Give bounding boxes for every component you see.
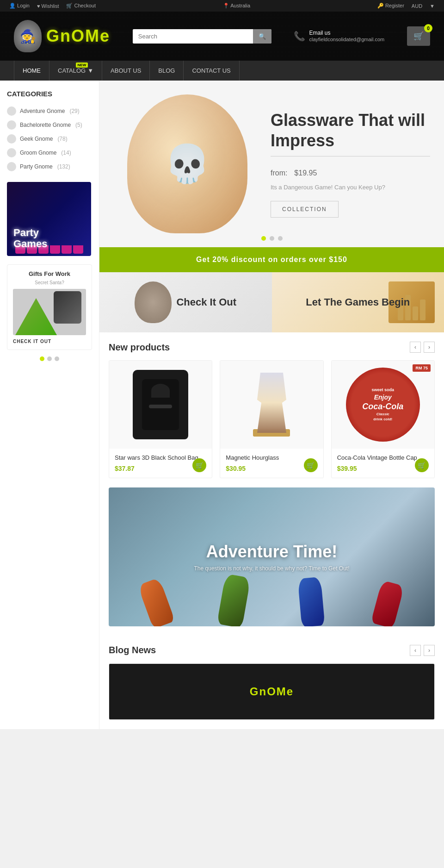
top-bar: 👤 Login ♥ Wishlist 🛒 Checkout 📍 Australi… [0,0,444,12]
cat-groom[interactable]: Groom Gnome (14) [7,146,92,160]
product-name-1: Magnetic Hourglass [226,454,317,462]
add-to-cart-1[interactable]: 🛒 [304,458,318,472]
snowboarder-1 [137,577,175,626]
sidebar-dot-2[interactable] [47,356,52,361]
blog-prev-button[interactable]: ‹ [410,645,421,656]
gifts-work-box: Gifts For Work Secret Santa? CHECK IT OU… [7,264,92,350]
products-prev-button[interactable]: ‹ [410,342,421,353]
nav: HOME NEW CATALOG ▼ ABOUT US BLOG CONTACT… [0,61,444,81]
add-to-cart-2[interactable]: 🛒 [415,458,429,472]
products-next-button[interactable]: › [424,342,435,353]
main-container: Categories Adventure Gnome (29) Bachelor… [0,81,444,729]
header: 🧙 GnOMe 🔍 📞 Email us clayfieldconsolidat… [0,12,444,61]
sidebar-dot-3[interactable] [55,356,59,361]
cat-icon-party [7,162,16,171]
hero-banner: 💀 Glassware That will Impress from: $19.… [99,81,444,247]
cat-bachelorette[interactable]: Bachelorette Gnome (5) [7,118,92,132]
hero-text: Glassware That will Impress from: $19.95… [261,110,430,217]
sidebar-dot-1[interactable] [40,356,44,361]
hero-dot-3[interactable] [278,236,283,241]
product-image-1 [220,361,323,449]
logo-text[interactable]: GnOMe [46,26,110,46]
blog-image-0: GnOMe [109,664,434,719]
gifts-work-subtitle: Secret Santa? [13,280,86,285]
skull-glass-image: 💀 [127,94,247,233]
nav-home[interactable]: HOME [14,61,49,81]
new-products-header: New products ‹ › [109,342,435,353]
adventure-banner[interactable]: Adventure Time! The question is not why,… [109,487,435,626]
catalog-new-badge: NEW [76,62,88,68]
cat-icon-adventure [7,106,16,116]
nav-blog[interactable]: BLOG [150,61,184,81]
email-label: Email us [309,30,384,36]
catalog-chevron-icon: ▼ [87,67,93,74]
email-value: clayfieldconsolidated@gmail.com [309,37,384,42]
login-link[interactable]: 👤 Login [9,3,30,9]
sale-badge-2: RM 75 [413,364,431,372]
register-link[interactable]: 🔑 Register [377,3,404,9]
checkout-link[interactable]: 🛒 Checkout [66,3,96,9]
wishlist-link[interactable]: ♥ Wishlist [37,3,59,9]
cat-icon-geek [7,134,16,144]
sidebar: Categories Adventure Gnome (29) Bachelor… [0,81,99,729]
banner-let-games-begin[interactable]: Let The Games Begin [272,272,444,332]
blog-grid: GnOMe [109,663,435,720]
product-card-1: Magnetic Hourglass $30.95 🛒 [220,360,323,478]
blog-next-button[interactable]: › [424,645,435,656]
categories-title: Categories [7,90,92,98]
products-grid: Star wars 3D Black School Bag $37.87 🛒 [109,360,435,478]
nav-about[interactable]: ABOUT US [102,61,150,81]
blog-card-0: GnOMe [109,663,435,720]
hero-price: from: $19.95 [271,162,430,179]
search-box: 🔍 [133,29,271,44]
cola-cap-image: sweet soda Enjoy Coca-Cola Classic drink… [346,368,420,442]
backpack-icon [133,370,188,439]
content-area: 💀 Glassware That will Impress from: $19.… [99,81,444,729]
banner-check-it-out[interactable]: Check It Out [99,272,272,332]
logo-area: 🧙 GnOMe [14,20,110,52]
hero-dot-1[interactable] [261,236,266,241]
product-card-2: sweet soda Enjoy Coca-Cola Classic drink… [331,360,435,478]
party-games-text: PartyGames [13,227,47,250]
cart-badge: 0 [424,24,432,32]
product-name-2: Coca-Cola Vintage Bottle Cap [337,454,429,462]
cat-icon-bachelorette [7,120,16,130]
phone-icon: 📞 [294,31,305,42]
hero-subtitle: Its a Dangerous Game! Can you Keep Up? [271,184,430,191]
gifts-image [13,289,86,335]
banner-right-text: Let The Games Begin [306,296,410,308]
cat-adventure[interactable]: Adventure Gnome (29) [7,104,92,118]
blog-nav-arrows: ‹ › [410,645,435,656]
new-products-section: New products ‹ › [99,332,444,487]
check-it-out-button[interactable]: CHECK IT OUT [13,339,51,344]
header-contact: 📞 Email us clayfieldconsolidated@gmail.c… [294,30,384,43]
currency-selector[interactable]: AUD [412,3,422,9]
cat-party[interactable]: Party Gnome (132) [7,160,92,174]
blog-title: Blog News [109,645,156,656]
cat-geek[interactable]: Geek Gnome (78) [7,132,92,146]
flag-icon: 🔑 [377,3,384,8]
hero-price-from: from: [271,169,287,177]
hero-divider [271,156,430,156]
search-input[interactable] [133,29,253,44]
cart-icon: 🛒 [66,3,73,8]
cart-button[interactable]: 🛒 0 [407,26,430,46]
heart-icon: ♥ [37,3,40,9]
party-games-banner[interactable]: PartyGames [7,182,91,256]
banner-strip: Check It Out Let The Games Begin [99,272,444,332]
nav-catalog[interactable]: NEW CATALOG ▼ [49,61,102,81]
banner-left-text: Check It Out [176,296,236,308]
product-name-0: Star wars 3D Black School Bag [115,454,206,462]
hero-image-area: 💀 [113,94,261,233]
nav-contact[interactable]: CONTACT US [184,61,239,81]
search-button[interactable]: 🔍 [253,29,271,44]
hero-cta-button[interactable]: COLLECTION [271,201,339,218]
new-products-title: New products [109,342,170,353]
hero-dot-2[interactable] [270,236,274,241]
product-card-0: Star wars 3D Black School Bag $37.87 🛒 [109,360,212,478]
hero-price-value: $19.95 [294,169,317,177]
hero-title: Glassware That will Impress [271,110,430,150]
bald-head-icon [135,281,172,323]
products-nav-arrows: ‹ › [410,342,435,353]
snowboarder-3 [297,577,325,626]
